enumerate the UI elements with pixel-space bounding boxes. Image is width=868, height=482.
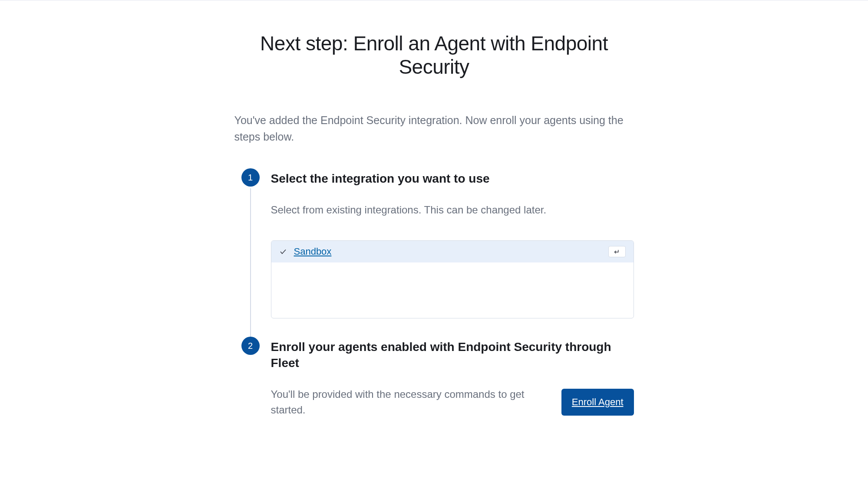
integration-option-selected[interactable]: Sandbox ↵ bbox=[271, 241, 634, 262]
step-2-description: You'll be provided with the necessary co… bbox=[271, 387, 546, 418]
return-key-icon: ↵ bbox=[608, 246, 626, 257]
step-2: 2 Enroll your agents enabled with Endpoi… bbox=[241, 339, 634, 422]
step-number-badge: 1 bbox=[241, 168, 260, 187]
step-2-title: Enroll your agents enabled with Endpoint… bbox=[271, 339, 634, 371]
integration-select-box[interactable]: Sandbox ↵ bbox=[271, 240, 634, 318]
enroll-agent-button[interactable]: Enroll Agent bbox=[561, 389, 634, 416]
integration-option-label: Sandbox bbox=[294, 246, 332, 257]
page-container: Next step: Enroll an Agent with Endpoint… bbox=[226, 32, 643, 422]
step-1-description: Select from existing integrations. This … bbox=[271, 202, 634, 218]
page-title: Next step: Enroll an Agent with Endpoint… bbox=[234, 32, 634, 79]
steps-list: 1 Select the integration you want to use… bbox=[241, 171, 634, 422]
step-number-badge: 2 bbox=[241, 337, 260, 355]
step-connector bbox=[250, 188, 251, 342]
step-1-title: Select the integration you want to use bbox=[271, 171, 634, 187]
page-subtitle: You've added the Endpoint Security integ… bbox=[234, 112, 634, 145]
step-2-row: You'll be provided with the necessary co… bbox=[271, 387, 634, 418]
check-icon bbox=[279, 248, 287, 256]
step-1: 1 Select the integration you want to use… bbox=[241, 171, 634, 339]
